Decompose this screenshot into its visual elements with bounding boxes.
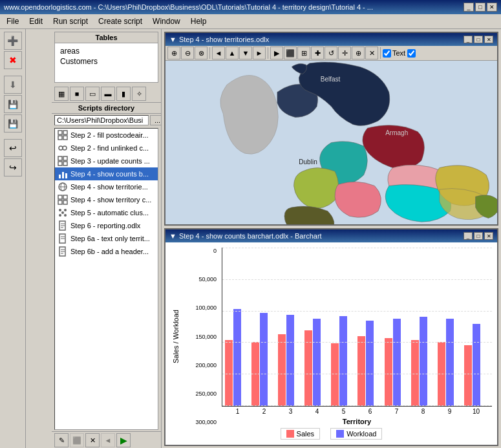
remove-button[interactable]: ✖ — [4, 51, 22, 69]
sep-2 — [268, 47, 268, 59]
scripts-path-input[interactable] — [54, 115, 149, 125]
toolbar-row: ▦ ■ ▭ ▬ ▮ ✧ — [52, 85, 161, 102]
script-item-3[interactable]: Step 3 - update counts ... — [55, 155, 158, 167]
x-tick-2: 2 — [251, 408, 277, 415]
tables-header: Tables — [55, 32, 158, 43]
globe-icon — [58, 182, 68, 192]
rect2-btn[interactable]: ▬ — [101, 87, 115, 101]
chart-collapse-btn[interactable]: ▼ — [169, 232, 176, 240]
chart-maximize-btn[interactable]: □ — [474, 232, 483, 240]
zoom-in-btn[interactable]: ⊕ — [167, 47, 180, 59]
redo-button[interactable]: ↪ — [4, 158, 22, 176]
grid-icon-btn[interactable]: ▦ — [54, 87, 69, 101]
script-item-10[interactable]: Step 6b - add a header... — [55, 245, 158, 258]
maximize-button[interactable]: □ — [475, 3, 485, 12]
sales-bar-7 — [385, 338, 392, 406]
svg-point-22 — [64, 209, 67, 211]
y-axis-ticks: 300,000 250,000 200,000 150,000 100,000 … — [184, 248, 219, 425]
svg-text:Armagh: Armagh — [385, 129, 408, 136]
table-item-customers[interactable]: Customers — [58, 56, 155, 67]
svg-rect-18 — [63, 195, 67, 199]
svg-rect-9 — [58, 162, 62, 165]
workload-bar-10 — [473, 324, 480, 407]
disk2-button[interactable]: 💾 — [4, 114, 22, 133]
close-button[interactable]: ✕ — [487, 3, 497, 12]
undo-button[interactable]: ↩ — [4, 139, 22, 157]
grid-view-btn[interactable]: ⬛ — [284, 47, 297, 59]
zoom-out-btn[interactable]: ⊖ — [181, 47, 194, 59]
zoom-reset-btn[interactable]: ⊗ — [195, 47, 208, 59]
script-item-1[interactable]: Step 2 - fill postcodeair... — [55, 129, 158, 142]
bar-group-3 — [278, 315, 303, 406]
browse-button[interactable]: ... — [150, 115, 161, 125]
svg-rect-3 — [63, 136, 67, 140]
map-maximize-btn[interactable]: □ — [474, 36, 483, 43]
svg-point-25 — [61, 211, 64, 214]
wand-btn[interactable]: ✧ — [132, 87, 146, 101]
edit-button[interactable]: ✎ — [54, 433, 69, 447]
chart-content: Sales / Workload 300,000 250,000 200,000… — [165, 242, 497, 445]
bars-container — [222, 248, 492, 407]
menu-file[interactable]: File — [3, 16, 23, 27]
add-point-btn[interactable]: ✚ — [311, 47, 324, 59]
menu-run-script[interactable]: Run script — [49, 16, 92, 27]
script-item-9[interactable]: Step 6a - text only territ... — [55, 232, 158, 245]
menu-help[interactable]: Help — [187, 16, 211, 27]
menu-window[interactable]: Window — [149, 16, 184, 27]
scripts-section: Scripts directory ... Step 2 - fill post… — [52, 102, 161, 448]
zoom-fit-btn[interactable]: ⊕ — [352, 47, 365, 59]
play-btn[interactable]: ▶ — [270, 47, 283, 59]
chart-minimize-btn[interactable]: _ — [464, 232, 473, 240]
menu-create-script[interactable]: Create script — [94, 16, 146, 27]
text-checkbox-2[interactable] — [407, 49, 416, 58]
map-window: ▼ Step 4 - show territories.odlx _ □ ✕ ⊕… — [164, 32, 498, 226]
down-arrow-button[interactable]: ⬇ — [4, 76, 22, 94]
add-button[interactable]: ➕ — [4, 32, 22, 50]
script-item-8[interactable]: Step 6 - reporting.odlx — [55, 219, 158, 232]
script-item-4[interactable]: Step 4 - show counts b... — [55, 167, 158, 180]
workload-bar-4 — [313, 319, 321, 406]
overlay-btn[interactable]: ⊞ — [297, 47, 310, 59]
map-close-btn[interactable]: ✕ — [484, 36, 493, 43]
y-tick-2: 200,000 — [184, 362, 217, 368]
x-tick-3: 3 — [277, 408, 304, 415]
legend-sales: Sales — [281, 428, 321, 440]
pan-down-btn[interactable]: ▼ — [239, 47, 252, 59]
pan-up-btn[interactable]: ▲ — [226, 47, 239, 59]
script-item-7[interactable]: Step 5 - automatic clus... — [55, 206, 158, 219]
grid-icon — [58, 130, 68, 140]
sales-bar-8 — [411, 340, 419, 406]
y-tick-1: 250,000 — [184, 390, 217, 397]
x-axis-label: Territory — [222, 418, 492, 425]
text-label[interactable]: Text — [392, 49, 405, 57]
x-tick-4: 4 — [304, 408, 330, 415]
crosshair-btn[interactable]: ✛ — [338, 47, 351, 59]
pan-left-btn[interactable]: ◄ — [212, 47, 225, 59]
text-checkbox[interactable] — [383, 49, 391, 58]
chart-window: ▼ Step 4 - show counts barchart.odlx - B… — [164, 228, 498, 446]
disk-button[interactable]: 💾 — [4, 95, 22, 113]
map-minimize-btn[interactable]: _ — [464, 36, 473, 43]
workload-bar-2 — [260, 313, 268, 406]
clear-btn[interactable]: ✕ — [365, 47, 378, 59]
rect3-btn[interactable]: ▮ — [116, 87, 131, 101]
refresh-btn[interactable]: ↺ — [325, 47, 337, 59]
scripts-list: Step 2 - fill postcodeair... Step 2 - fi… — [54, 128, 158, 430]
chart-close-btn[interactable]: ✕ — [484, 232, 493, 240]
script-label-8: Step 6 - reporting.odlx — [70, 222, 140, 229]
script-item-6[interactable]: Step 4 - show territory c... — [55, 193, 158, 206]
run-button[interactable]: ▶ — [116, 433, 131, 447]
delete-script-button[interactable]: ✕ — [85, 433, 100, 447]
table-item-areas[interactable]: areas — [58, 46, 155, 56]
pan-right-btn[interactable]: ► — [253, 47, 266, 59]
rect-btn[interactable]: ▭ — [85, 87, 100, 101]
update-icon — [58, 156, 68, 166]
y-axis-label: Sales / Workload — [171, 248, 181, 425]
svg-text:Dublin: Dublin — [299, 158, 317, 165]
stop-btn[interactable]: ■ — [70, 87, 84, 101]
minimize-button[interactable]: _ — [464, 3, 474, 12]
script-item-2[interactable]: Step 2 - find unlinked c... — [55, 142, 158, 155]
map-collapse-btn[interactable]: ▼ — [169, 36, 176, 43]
script-item-5[interactable]: Step 4 - show territorie... — [55, 180, 158, 193]
menu-edit[interactable]: Edit — [25, 16, 47, 27]
